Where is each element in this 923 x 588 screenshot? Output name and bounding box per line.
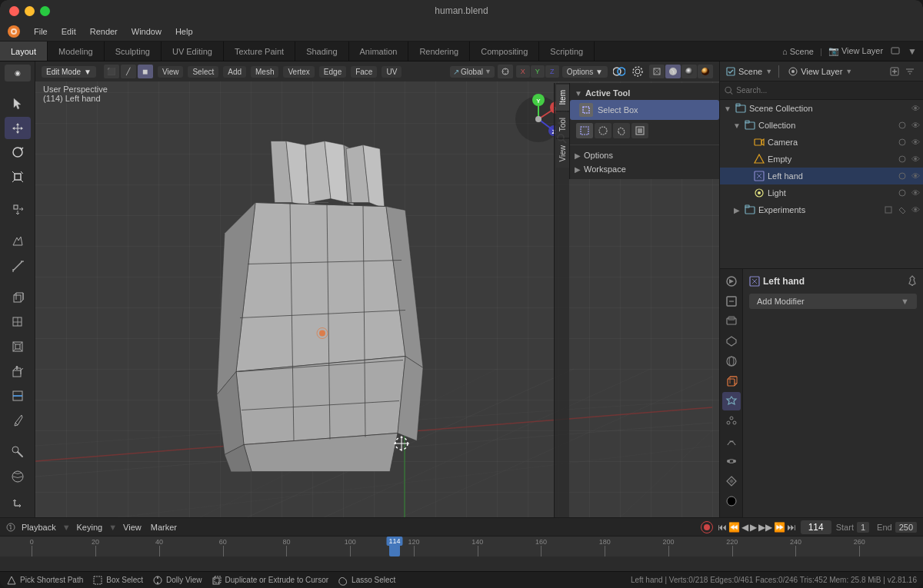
transform-orient-tool[interactable] <box>5 491 31 514</box>
light-row[interactable]: ▶ Light 👁 <box>720 184 923 201</box>
view-label[interactable]: View <box>123 523 142 532</box>
marker-label[interactable]: Marker <box>151 523 177 532</box>
select-lasso-icon-btn[interactable] <box>613 123 630 138</box>
prop-tab-viewlayer[interactable] <box>722 312 741 331</box>
scale-tool[interactable] <box>5 165 31 188</box>
light-eye[interactable]: 👁 <box>911 188 920 198</box>
next-keyframe-btn[interactable]: ⏩ <box>774 522 785 533</box>
loop-cut-tool[interactable] <box>5 384 31 407</box>
prop-tab-particles[interactable] <box>722 412 741 430</box>
menu-file[interactable]: File <box>28 25 54 38</box>
timeline-expand-icon[interactable] <box>6 523 15 532</box>
select-box-icon-btn[interactable] <box>576 123 593 138</box>
collection-row[interactable]: ▼ Collection 👁 <box>720 117 923 134</box>
snap-toggle[interactable] <box>498 65 513 78</box>
workspace-header[interactable]: ▶ Workspace <box>570 162 719 176</box>
prop-tab-object[interactable] <box>722 372 741 390</box>
annotate-tool[interactable] <box>5 230 31 253</box>
prev-frame-btn[interactable]: ◀ <box>741 522 748 533</box>
wireframe-shading[interactable] <box>649 65 665 78</box>
add-modifier-button[interactable]: Add Modifier ▼ <box>749 294 917 309</box>
prop-tab-world[interactable] <box>722 352 741 370</box>
n-tab-view[interactable]: View <box>556 138 569 168</box>
filter-icon-btn[interactable] <box>903 65 917 78</box>
transform-tool[interactable] <box>5 198 31 221</box>
tab-rendering[interactable]: Rendering <box>408 42 470 61</box>
cursor-tool[interactable] <box>5 92 31 115</box>
vertex-menu[interactable]: Vertex <box>283 66 314 78</box>
experiments-row[interactable]: ▶ Experiments 👁 <box>720 201 923 218</box>
xray-toggle[interactable] <box>629 65 646 78</box>
prop-tab-modifier[interactable] <box>722 392 741 410</box>
tab-layout[interactable]: Layout <box>0 42 48 61</box>
prop-tab-objectdata[interactable] <box>722 472 741 490</box>
current-frame-counter[interactable]: 114 <box>801 520 831 534</box>
select-circle-icon-btn[interactable] <box>595 123 611 138</box>
jump-end-btn[interactable]: ⏭ <box>787 522 796 533</box>
menu-render[interactable]: Render <box>84 25 124 38</box>
tab-uv-editing[interactable]: UV Editing <box>162 42 224 61</box>
vertex-paint-tool[interactable] <box>5 440 31 463</box>
viewlayer-selector[interactable]: View Layer ▼ <box>788 67 852 76</box>
keying-label[interactable]: Keying <box>77 523 103 532</box>
n-tab-tool[interactable]: Tool <box>556 111 569 138</box>
face-menu[interactable]: Face <box>351 66 377 78</box>
add-mesh-tool[interactable] <box>5 311 31 334</box>
close-button[interactable] <box>9 6 19 16</box>
prop-tab-render[interactable] <box>722 272 741 291</box>
options-btn[interactable]: Options ▼ <box>562 66 608 78</box>
window-controls[interactable] <box>9 6 50 16</box>
tab-animation[interactable]: Animation <box>349 42 409 61</box>
rendered-shading[interactable] <box>698 65 713 78</box>
prev-keyframe-btn[interactable]: ⏪ <box>728 522 740 533</box>
new-collection-icon[interactable] <box>888 65 901 78</box>
filter-icon[interactable]: ▼ <box>908 46 917 57</box>
prop-tab-constraints[interactable] <box>722 452 741 470</box>
coll-eye[interactable]: 👁 <box>911 121 920 130</box>
play-btn[interactable]: ▶ <box>750 522 757 533</box>
minimize-button[interactable] <box>25 6 35 16</box>
menu-edit[interactable]: Edit <box>55 25 82 38</box>
transform-orientation[interactable]: ↗ Global ▼ <box>450 66 495 78</box>
material-shading[interactable] <box>681 65 697 78</box>
tab-shading[interactable]: Shading <box>295 42 348 61</box>
x-axis-lock[interactable]: X <box>516 65 530 78</box>
tab-modeling[interactable]: Modeling <box>48 42 105 61</box>
tab-compositing[interactable]: Compositing <box>470 42 539 61</box>
mode-selector[interactable]: ◉ <box>5 65 31 81</box>
lh-eye[interactable]: 👁 <box>911 171 920 181</box>
uv-menu[interactable]: UV <box>382 66 402 78</box>
end-frame-input[interactable]: 250 <box>895 522 917 533</box>
scene-selector[interactable]: Scene ▼ <box>726 67 772 76</box>
active-tool-header[interactable]: ▼ Active Tool <box>570 86 719 100</box>
move-tool[interactable] <box>5 117 31 140</box>
start-frame-input[interactable]: 1 <box>857 522 869 533</box>
next-frame-btn[interactable]: ▶▶ <box>758 522 772 533</box>
vertex-select-btn[interactable]: ⬛ <box>104 65 119 78</box>
n-tab-item[interactable]: Item <box>556 83 569 111</box>
inset-tool[interactable] <box>5 335 31 358</box>
edit-mode-selector[interactable]: Edit Mode ▼ <box>42 66 96 78</box>
outliner-search-input[interactable] <box>736 86 918 95</box>
extrude-tool[interactable] <box>5 360 31 383</box>
jump-start-btn[interactable]: ⏮ <box>718 522 727 533</box>
cam-eye[interactable]: 👁 <box>911 138 920 147</box>
mesh-menu[interactable]: Mesh <box>251 66 278 78</box>
scene-coll-eye[interactable]: 👁 <box>911 104 920 113</box>
empty-eye[interactable]: 👁 <box>911 154 920 164</box>
exp-eye[interactable]: 👁 <box>911 205 920 214</box>
y-axis-lock[interactable]: Y <box>531 65 545 78</box>
shading-smooth-tool[interactable] <box>5 465 31 488</box>
overlay-toggle[interactable] <box>611 65 628 78</box>
edge-select-btn[interactable]: ╱ <box>121 65 136 78</box>
blender-logo-icon[interactable] <box>6 24 22 39</box>
rotate-tool[interactable] <box>5 141 31 164</box>
edge-menu[interactable]: Edge <box>319 66 346 78</box>
options-header[interactable]: ▶ Options <box>570 148 719 162</box>
select-all-icon-btn[interactable] <box>631 123 648 138</box>
viewport-3d[interactable]: Edit Mode ▼ ⬛ ╱ ◼ View Select Add Mesh V… <box>35 61 719 517</box>
playback-label[interactable]: Playback <box>22 523 56 532</box>
tab-scripting[interactable]: Scripting <box>539 42 595 61</box>
add-cube-tool[interactable] <box>5 286 31 309</box>
scene-collection-row[interactable]: ▼ Scene Collection 👁 <box>720 100 923 117</box>
